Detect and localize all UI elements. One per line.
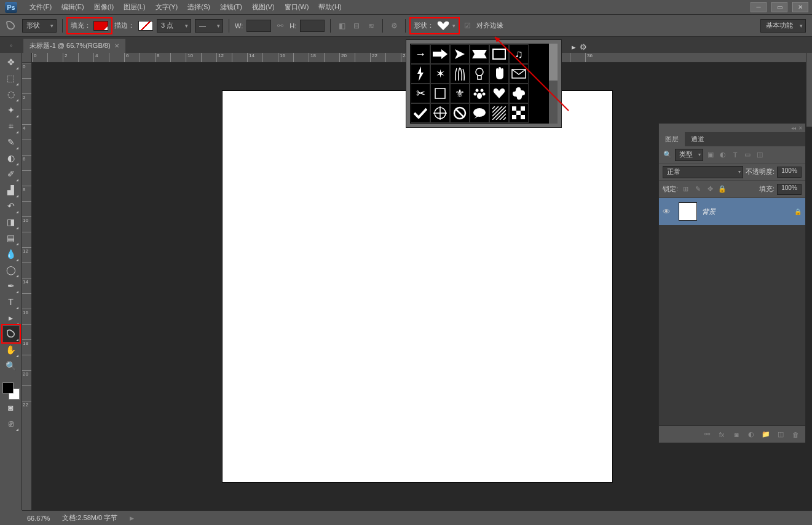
stamp-tool[interactable]: ▟	[3, 182, 19, 198]
layer-lock-icon[interactable]: 🔒	[794, 208, 802, 215]
shape-picker-scrollbar[interactable]	[549, 44, 558, 124]
opacity-input[interactable]: 100%	[777, 167, 802, 178]
shape-puzzle[interactable]	[509, 84, 529, 103]
status-doc-size[interactable]: 文档:2.58M/0 字节	[62, 513, 117, 523]
shape-arrow-bold[interactable]	[430, 44, 450, 64]
tool-mode-select[interactable]: 形状	[22, 19, 57, 33]
stroke-color-swatch[interactable]	[138, 21, 153, 31]
path-select-tool[interactable]: ▸	[3, 310, 19, 326]
tab-channels[interactable]: 通道	[685, 132, 711, 146]
path-align-icon[interactable]: ⊟	[351, 20, 362, 31]
menu-filter[interactable]: 滤镜(T)	[215, 1, 247, 14]
shape-speech-bubble[interactable]	[470, 103, 489, 123]
shape-checker[interactable]	[509, 103, 529, 123]
type-tool[interactable]: T	[3, 294, 19, 310]
tab-layers[interactable]: 图层	[659, 132, 685, 146]
layer-thumbnail[interactable]	[679, 202, 697, 221]
align-edges-check[interactable]: ☑	[462, 20, 473, 31]
shape-square-outline[interactable]	[430, 84, 450, 103]
new-layer-icon[interactable]: ◫	[776, 430, 786, 440]
lock-pixels-icon[interactable]: ✎	[693, 184, 703, 194]
shape-picker-settings-icon[interactable]: ⚙	[580, 42, 587, 52]
color-swatches[interactable]	[2, 382, 20, 400]
filter-shape-icon[interactable]: ▭	[743, 150, 752, 160]
shape-lightning[interactable]	[411, 64, 430, 84]
custom-shape-tool[interactable]	[3, 326, 19, 342]
shape-paw[interactable]	[470, 84, 489, 103]
shape-music-note[interactable]: ♫	[509, 44, 529, 64]
shape-starburst[interactable]: ✶	[430, 64, 450, 84]
delete-layer-icon[interactable]: 🗑	[790, 430, 800, 440]
lock-all-icon[interactable]: 🔒	[717, 184, 727, 194]
layer-mask-icon[interactable]: ◙	[731, 430, 741, 440]
shape-arrow-thin[interactable]: →	[411, 44, 430, 64]
path-arrange-icon[interactable]: ≋	[366, 20, 377, 31]
shape-banner[interactable]	[470, 44, 489, 64]
height-input[interactable]	[300, 20, 325, 32]
tabbar-collapse-icon[interactable]: »	[0, 38, 22, 53]
blend-mode-select[interactable]: 正常	[663, 166, 743, 178]
lock-trans-icon[interactable]: ⊞	[680, 184, 690, 194]
menu-image[interactable]: 图像(I)	[89, 1, 119, 14]
pen-tool[interactable]: ✒	[3, 278, 19, 294]
menu-type[interactable]: 文字(Y)	[151, 1, 183, 14]
gear-icon[interactable]: ⚙	[388, 20, 400, 31]
path-ops-icon[interactable]: ◧	[336, 20, 347, 31]
workspace-switcher[interactable]: 基本功能	[760, 19, 806, 33]
history-brush-tool[interactable]: ↶	[3, 198, 19, 214]
foreground-color[interactable]	[2, 382, 14, 393]
layer-name[interactable]: 背景	[702, 207, 789, 216]
hand-tool[interactable]: ✋	[3, 342, 19, 358]
panel-collapse-icon[interactable]: ◂◂	[791, 125, 796, 131]
window-close[interactable]: ✕	[792, 2, 808, 12]
custom-shape-preview[interactable]	[436, 21, 450, 31]
layer-group-icon[interactable]: 📁	[761, 430, 771, 440]
width-input[interactable]	[246, 20, 271, 32]
menu-window[interactable]: 窗口(W)	[280, 1, 314, 14]
adjustment-layer-icon[interactable]: ◐	[746, 430, 756, 440]
tab-close-icon[interactable]: ✕	[114, 42, 119, 49]
quickmask-tool[interactable]: ◙	[3, 400, 19, 416]
crop-tool[interactable]: ⌗	[3, 118, 19, 134]
shape-fleur[interactable]: ⚜	[450, 84, 470, 103]
fill-opacity-input[interactable]: 100%	[777, 184, 802, 195]
shape-picker-arrow[interactable]: ▾	[452, 23, 455, 29]
window-minimize[interactable]: ─	[751, 2, 767, 12]
filter-type-icon[interactable]: T	[730, 150, 740, 160]
move-tool[interactable]: ✥	[3, 54, 19, 70]
blur-tool[interactable]: 💧	[3, 246, 19, 262]
shape-heart[interactable]	[489, 84, 509, 103]
menu-edit[interactable]: 编辑(E)	[57, 1, 89, 14]
zoom-tool[interactable]: 🔍	[3, 358, 19, 374]
layer-fx-icon[interactable]: fx	[717, 430, 727, 440]
filter-adjust-icon[interactable]: ◐	[718, 150, 728, 160]
document-tab[interactable]: 未标题-1 @ 66.7%(RGB/8) ✕	[23, 39, 125, 53]
menu-select[interactable]: 选择(S)	[183, 1, 215, 14]
eraser-tool[interactable]: ◨	[3, 214, 19, 230]
shape-scissors[interactable]: ✂	[411, 84, 430, 103]
shape-lightbulb[interactable]	[470, 64, 489, 84]
gradient-tool[interactable]: ▤	[3, 230, 19, 246]
shape-check[interactable]	[411, 103, 430, 123]
ruler-origin[interactable]	[22, 53, 32, 63]
eyedropper-tool[interactable]: ✎	[3, 134, 19, 150]
shape-diagonal-lines[interactable]	[489, 103, 509, 123]
shape-arrowhead[interactable]	[450, 44, 470, 64]
fill-color-swatch[interactable]	[93, 21, 108, 31]
menu-file[interactable]: 文件(F)	[25, 1, 57, 14]
brush-tool[interactable]: ✐	[3, 166, 19, 182]
shape-hand[interactable]	[489, 64, 509, 84]
shape-frame[interactable]	[489, 44, 509, 64]
status-zoom[interactable]: 66.67%	[27, 515, 50, 522]
menu-layer[interactable]: 图层(L)	[119, 1, 150, 14]
shape-grass[interactable]	[450, 64, 470, 84]
lasso-tool[interactable]: ◌	[3, 86, 19, 102]
right-panel-collapsed[interactable]	[806, 53, 812, 127]
shape-picker-menu-icon[interactable]: ▸	[572, 42, 576, 52]
layer-filter-select[interactable]: 类型	[675, 149, 703, 161]
dodge-tool[interactable]: ◯	[3, 262, 19, 278]
stroke-width-input[interactable]: 3 点	[157, 19, 191, 33]
menu-view[interactable]: 视图(V)	[247, 1, 280, 14]
magic-wand-tool[interactable]: ✦	[3, 102, 19, 118]
healing-tool[interactable]: ◐	[3, 150, 19, 166]
